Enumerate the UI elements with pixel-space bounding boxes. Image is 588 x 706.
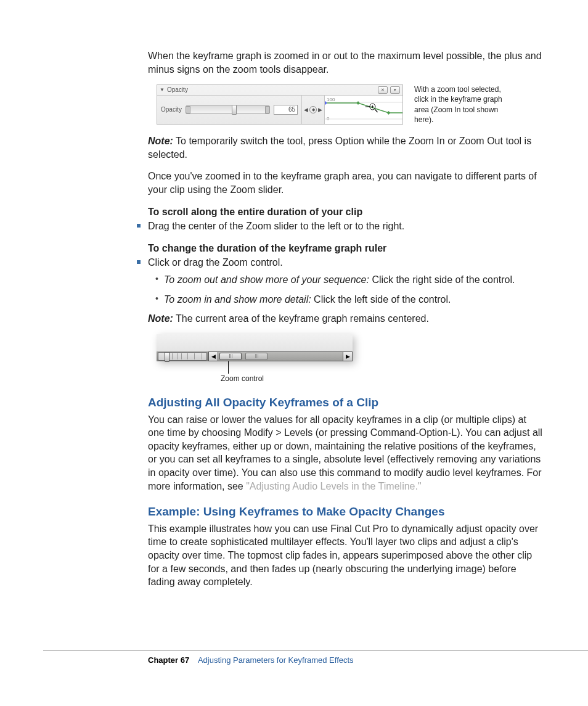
opacity-value-field[interactable]: 65 <box>274 105 298 115</box>
options-button[interactable]: ▾ <box>390 86 400 94</box>
prev-keyframe-button[interactable]: ◀ <box>304 106 308 113</box>
opacity-header-label: Opacity <box>167 86 188 94</box>
next-keyframe-button[interactable]: ▶ <box>318 106 322 113</box>
sub2-text: Click the left side of the control. <box>314 294 451 305</box>
opacity-slider[interactable] <box>186 105 270 114</box>
figure-opacity-panel: ▼ Opacity ✕ ▾ Opacity 65 <box>157 84 545 125</box>
task1-bullet: Drag the center of the Zoom slider to th… <box>138 220 545 233</box>
page-footer: Chapter 67 Adjusting Parameters for Keyf… <box>43 651 588 667</box>
note2-text: The current area of the keyframe graph r… <box>176 313 429 324</box>
note2-label: Note: <box>148 313 173 324</box>
opacity-panel: ▼ Opacity ✕ ▾ Opacity 65 <box>157 84 403 125</box>
svg-marker-2 <box>325 101 327 105</box>
scroll-left-button[interactable]: ◀ <box>208 351 218 361</box>
sub2-lead: To zoom in and show more detail: <box>164 294 311 305</box>
intro-paragraph: When the keyframe graph is zoomed in or … <box>148 49 545 76</box>
scroll-right-button[interactable]: ▶ <box>343 351 353 361</box>
cross-ref-link[interactable]: "Adjusting Audio Levels in the Timeline.… <box>246 481 421 491</box>
note-label: Note: <box>148 136 173 146</box>
task2-bullet: Click or drag the Zoom control. To zoom … <box>138 256 545 325</box>
zoom-slider-thumb[interactable] <box>219 353 242 360</box>
note1-text: To temporarily switch the tool, press Op… <box>148 136 531 160</box>
sub1-lead: To zoom out and show more of your sequen… <box>164 274 369 285</box>
zoom-bar-panel: ◀ ▶ <box>157 334 353 361</box>
zoom-control[interactable] <box>157 351 208 361</box>
zoom-slider-track[interactable] <box>218 351 343 361</box>
heading2-paragraph: This example illustrates how you can use… <box>148 522 545 589</box>
footer-chapter-title: Adjusting Parameters for Keyframed Effec… <box>198 655 354 665</box>
zoom-slider-thumb-ghost <box>245 353 267 360</box>
paragraph-navigate: Once you've zoomed in to the keyframe gr… <box>148 170 545 196</box>
sub-bullet-zoom-out: To zoom out and show more of your sequen… <box>155 273 545 287</box>
task2-title: To change the duration of the keyframe g… <box>148 242 545 255</box>
svg-line-7 <box>375 109 378 112</box>
opacity-row-label: Opacity <box>161 105 182 114</box>
svg-marker-4 <box>387 111 390 115</box>
slider-thumb[interactable] <box>232 105 237 115</box>
disclosure-triangle-icon: ▼ <box>160 87 165 94</box>
note1: Note: To temporarily switch the tool, pr… <box>148 134 545 161</box>
heading1-paragraph: You can raise or lower the values for al… <box>148 413 545 493</box>
sub1-text: Click the right side of the control. <box>372 274 515 285</box>
reset-button[interactable]: ✕ <box>378 86 388 94</box>
heading-adjusting-opacity: Adjusting All Opacity Keyframes of a Cli… <box>148 395 545 411</box>
figure2-caption: Zoom control <box>221 374 545 384</box>
sub-bullet-zoom-in: To zoom in and show more detail: Click t… <box>155 293 545 306</box>
svg-marker-3 <box>356 101 359 105</box>
opacity-header-row: ▼ Opacity ✕ ▾ <box>157 85 402 96</box>
callout-line <box>228 361 229 374</box>
task1-title: To scroll along the entire duration of y… <box>148 205 545 219</box>
figure1-caption: With a zoom tool selected, click in the … <box>414 84 507 125</box>
add-keyframe-button[interactable]: ◆ <box>309 106 317 113</box>
opacity-parameter-row: Opacity 65 <box>157 96 302 124</box>
zoom-handle[interactable] <box>165 352 169 362</box>
figure-zoom-control: ◀ ▶ Zoom control <box>157 334 545 384</box>
footer-chapter-label: Chapter 67 <box>148 655 189 665</box>
keyframe-graph[interactable]: 100 0 <box>325 96 402 124</box>
heading-example-keyframes: Example: Using Keyframes to Make Opacity… <box>148 504 545 520</box>
keyframe-nav: ◀ ◆ ▶ <box>302 96 325 124</box>
